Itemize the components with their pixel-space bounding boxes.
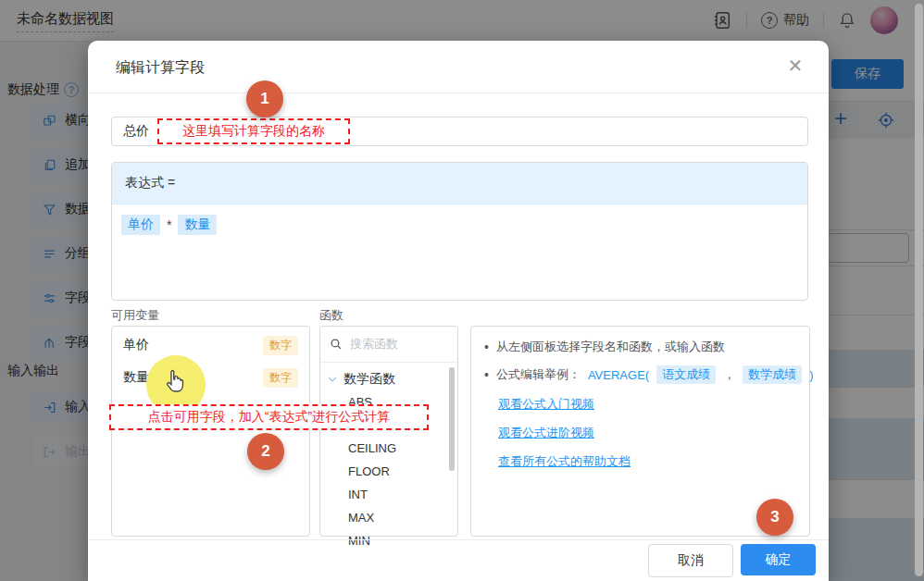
help-tip-text: 从左侧面板选择字段名和函数，或输入函数 [496,339,725,355]
expression-body[interactable]: 单价 * 数量 [112,204,807,245]
formula-help-panel: • 从左侧面板选择字段名和函数，或输入函数 • 公式编辑举例：AVERAGE( … [470,326,810,537]
annotation-note-fields: 点击可用字段，加入“表达式”进行公式计算 [109,404,429,430]
variable-name: 单价 [123,337,149,353]
function-item[interactable]: MAX [320,506,457,529]
link-help-docs[interactable]: 查看所有公式的帮助文档 [498,453,796,470]
expression-operator: * [167,217,171,232]
variables-section-label: 可用变量 [111,307,159,324]
function-group-label: 数学函数 [343,371,395,388]
field-name-value: 总价 [123,123,149,140]
step-badge-3: 3 [756,499,793,536]
cancel-button[interactable]: 取消 [648,544,733,577]
screen: 未命名数据视图 ? 帮助 [0,0,924,581]
function-item[interactable]: CEILING [320,437,457,460]
functions-section-label: 函数 [319,307,343,324]
close-icon[interactable]: ✕ [784,55,806,77]
modal-header-divider [88,93,829,93]
chevron-down-icon [327,374,338,385]
modal-footer-divider [88,539,829,540]
expression-field-chip[interactable]: 单价 [121,215,160,235]
link-advanced-video[interactable]: 观看公式进阶视频 [498,425,796,441]
expression-header: 表达式 = [112,163,807,204]
function-list-scrollbar[interactable] [449,367,455,471]
expression-editor[interactable]: 表达式 = 单价 * 数量 [111,162,808,301]
link-intro-video[interactable]: 观看公式入门视频 [498,396,796,413]
example-close-paren: ) [809,368,813,382]
edit-calc-field-modal: 编辑计算字段 ✕ 总价 表达式 = 单价 * 数量 可用变量 函数 单价 数字 … [88,41,829,581]
modal-title: 编辑计算字段 [116,58,205,78]
example-comma: ， [723,366,735,383]
bullet-icon: • [484,367,489,382]
hand-cursor-icon [162,368,188,396]
expression-field-chip[interactable]: 数量 [178,215,217,235]
search-placeholder: 搜索函数 [350,336,398,352]
example-field-chip: 语文成绩 [656,365,716,384]
variable-name: 数量 [123,369,149,386]
type-badge: 数字 [263,368,298,388]
function-group-math[interactable]: 数学函数 [320,363,457,390]
functions-panel: 搜索函数 数学函数 ABS AVERAGE CEILING FLOOR INT … [319,326,458,537]
example-field-chip: 数学成绩 [743,365,802,384]
help-tip: • 从左侧面板选择字段名和函数，或输入函数 [484,339,796,355]
help-example: • 公式编辑举例：AVERAGE( 语文成绩， 数学成绩) [484,365,796,384]
variable-row[interactable]: 单价 数字 [112,331,309,359]
function-item[interactable]: FLOOR [320,460,457,483]
page-scrollbar[interactable] [915,4,923,576]
type-badge: 数字 [263,336,298,355]
available-variables-panel: 单价 数字 数量 数字 [111,326,310,537]
step-badge-1: 1 [246,80,283,117]
confirm-button[interactable]: 确定 [741,544,816,575]
example-prefix: 公式编辑举例： [496,366,581,383]
search-icon [330,338,343,351]
function-item[interactable]: MIN [320,529,457,552]
bullet-icon: • [484,340,489,354]
function-search-input[interactable]: 搜索函数 [320,327,457,363]
scrollbar-thumb[interactable] [915,4,923,576]
function-item[interactable]: INT [320,483,457,506]
variable-row[interactable]: 数量 数字 [112,364,309,391]
step-badge-2: 2 [247,433,284,470]
annotation-note-name: 这里填写计算字段的名称 [157,118,350,144]
example-function: AVERAGE( [588,368,649,382]
